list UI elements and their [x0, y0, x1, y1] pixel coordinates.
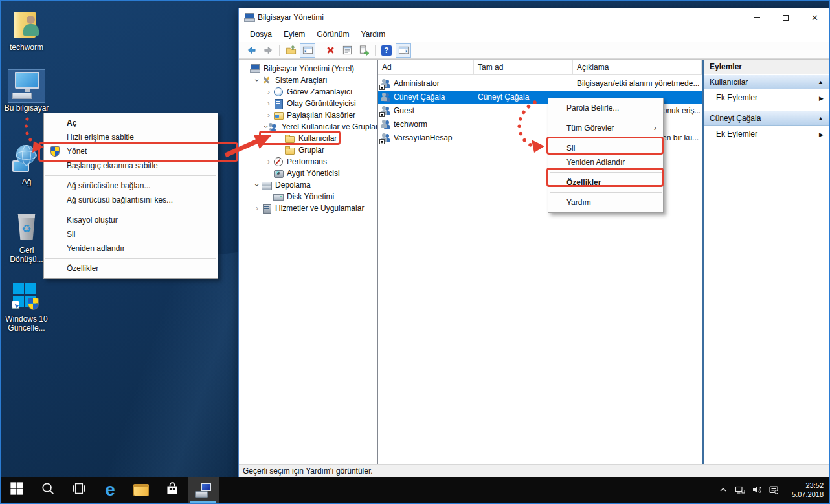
tree-item-gorev-zamanlayici[interactable]: ›Görev Zamanlayıcı: [239, 86, 377, 98]
chevron-collapsed-icon[interactable]: ›: [265, 111, 273, 120]
export-list-icon[interactable]: [356, 43, 372, 58]
taskbar-file-explorer-button[interactable]: [126, 477, 157, 503]
action-item-ek-eylemler-kullanicilar[interactable]: Ek Eylemler▶: [704, 89, 829, 106]
column-header-tam-ad[interactable]: Tam ad: [474, 60, 573, 75]
tree-item-label: Disk Yönetimi: [285, 192, 336, 201]
desktop-menu-item-kisayol-olustur[interactable]: Kısayol oluştur: [44, 213, 218, 227]
user-menu-item-yardim[interactable]: Yardım: [548, 195, 663, 210]
desktop-icon-windows-update[interactable]: Windows 10 Güncelle...: [3, 281, 50, 333]
tree-item-aygit-yoneticisi[interactable]: Aygıt Yöneticisi: [239, 168, 377, 179]
clock-date: 5.07.2018: [787, 490, 824, 499]
store-icon: [165, 481, 179, 498]
user-menu-item-yeniden-adlandir[interactable]: Yeniden Adlandır: [548, 155, 663, 170]
tree-item-disk-yonetimi[interactable]: Disk Yönetimi: [239, 191, 377, 203]
tree-item-performans[interactable]: ›Performans: [239, 156, 377, 168]
user-menu-item-ozellikler[interactable]: Özellikler: [548, 175, 663, 190]
window-titlebar[interactable]: Bilgisayar Yönetimi ✕: [239, 8, 829, 27]
tree-item-hizmetler-ve-uygulamalar[interactable]: ›Hizmetler ve Uygulamalar: [239, 203, 377, 214]
user-account-icon: [381, 106, 391, 116]
action-item-ek-eylemler-cuneyt-cagala[interactable]: Ek Eylemler▶: [704, 126, 829, 142]
menu-yardim[interactable]: Yardım: [355, 28, 391, 41]
desktop-menu-item-baslangic-ekranina-sabitle[interactable]: Başlangıç ekranına sabitle: [44, 159, 218, 173]
chevron-expanded-icon[interactable]: ›: [252, 76, 262, 84]
tree-item-depolama[interactable]: ›Depolama: [239, 179, 377, 191]
actions-section-cuneyt-cagala[interactable]: Cüneyt Çağala▲: [704, 111, 829, 126]
tree-item-sistem-araclari[interactable]: ›Sistem Araçları: [239, 74, 377, 86]
chevron-collapsed-icon[interactable]: ›: [265, 157, 273, 166]
delete-icon[interactable]: [322, 43, 338, 58]
taskbar-edge-button[interactable]: e: [95, 477, 126, 503]
collapse-triangle-icon[interactable]: ▲: [818, 75, 824, 89]
collapse-triangle-icon[interactable]: ▲: [818, 111, 824, 126]
tray-network-icon[interactable]: [732, 485, 748, 495]
desktop-menu-item-yeniden-adlandir[interactable]: Yeniden adlandır: [44, 241, 218, 256]
tree-item-label: Kullanıcılar: [297, 134, 339, 143]
menu-separator: [45, 210, 216, 210]
desktop-menu-item-yonet[interactable]: Yönet: [44, 144, 218, 159]
list-header: AdTam adAçıklama: [378, 60, 702, 75]
desktop-icon-label: Bu bilgisayar: [3, 104, 50, 113]
back-icon[interactable]: [243, 43, 259, 58]
help-icon[interactable]: ?: [379, 43, 394, 58]
tray-volume-icon[interactable]: [748, 485, 765, 495]
chevron-collapsed-icon[interactable]: ›: [265, 99, 273, 108]
tray-chevron-icon[interactable]: [715, 485, 732, 495]
window-title: Bilgisayar Yönetimi: [258, 13, 742, 22]
chevron-collapsed-icon[interactable]: ›: [265, 87, 273, 96]
desktop-menu-item-ac[interactable]: Aç: [44, 116, 218, 130]
task-view-icon: [72, 481, 86, 498]
properties-icon[interactable]: [339, 43, 355, 58]
menu-gorunum[interactable]: Görünüm: [311, 28, 355, 41]
console-tree-panel[interactable]: Bilgisayar Yönetimi (Yerel)›Sistem Araçl…: [239, 60, 378, 464]
uac-shield-icon: [50, 146, 60, 157]
performance-icon: [273, 157, 283, 166]
tree-item-olay-goruntuleyicisi[interactable]: ›Olay Görüntüleyicisi: [239, 98, 377, 109]
close-button[interactable]: ✕: [800, 8, 829, 27]
taskbar-start-button[interactable]: [1, 477, 32, 503]
user-name: VarsayılanHesap: [394, 131, 453, 145]
tree-item-label: Aygıt Yöneticisi: [285, 169, 342, 178]
disabled-down-arrow-icon: [379, 85, 385, 90]
user-full-name: Cüneyt Çağala: [478, 91, 529, 104]
taskbar-computer-management-button[interactable]: [188, 477, 219, 503]
user-menu-item-parola-belirle[interactable]: Parola Belirle...: [548, 101, 663, 115]
chevron-expanded-icon[interactable]: ›: [252, 181, 262, 189]
tree-item-bilgisayar-yonetimi-yerel[interactable]: Bilgisayar Yönetimi (Yerel): [239, 63, 377, 74]
desktop-icon-this-pc[interactable]: Bu bilgisayar: [3, 70, 50, 113]
menu-dosya[interactable]: Dosya: [244, 28, 278, 41]
desktop-icon-user-folder[interactable]: techworm: [3, 9, 50, 52]
menu-eylem[interactable]: Eylem: [278, 28, 311, 41]
show-console-tree-icon[interactable]: [300, 43, 315, 58]
taskbar-task-view-button[interactable]: [63, 477, 95, 503]
user-menu-item-tum-gorevler[interactable]: Tüm Görevler›: [548, 121, 663, 135]
storage-icon: [262, 181, 271, 190]
tree-item-yerel-kullanicilar-ve-gruplar[interactable]: ›Yerel Kullanıcılar ve Gruplar: [239, 121, 377, 133]
network-icon: [8, 144, 45, 176]
taskbar-clock[interactable]: 23:52 5.07.2018: [787, 481, 824, 499]
minimize-button[interactable]: [742, 8, 771, 27]
chevron-collapsed-icon[interactable]: ›: [253, 204, 261, 213]
desktop-menu-item-sil[interactable]: Sil: [44, 227, 218, 241]
user-row-administrator[interactable]: AdministratorBilgisayarı/etki alanını yö…: [378, 77, 702, 91]
disk-management-icon: [273, 192, 283, 201]
column-header-ad[interactable]: Ad: [378, 60, 474, 75]
user-menu-item-sil[interactable]: Sil: [548, 141, 663, 155]
desktop-menu-item-hizli-erisime-sabitle[interactable]: Hızlı erişime sabitle: [44, 130, 218, 144]
show-action-pane-icon[interactable]: [396, 43, 411, 58]
desktop-menu-item-ag-surucusu-baglantisini-kes[interactable]: Ağ sürücüsü bağlantısını kes...: [44, 193, 218, 207]
up-level-icon[interactable]: [283, 43, 298, 58]
maximize-button[interactable]: [771, 8, 800, 27]
menu-separator: [550, 192, 662, 193]
tree-item-kullanicilar[interactable]: Kullanıcılar: [239, 133, 377, 144]
tray-icons: [715, 485, 782, 495]
tray-action-center-icon[interactable]: [765, 485, 782, 495]
taskbar-store-button[interactable]: [157, 477, 188, 503]
desktop-menu-item-ozellikler[interactable]: Özellikler: [44, 261, 218, 276]
tree-item-paylasilan-klasorler[interactable]: ›Paylaşılan Klasörler: [239, 109, 377, 121]
desktop-menu-item-ag-surucusune-baglan[interactable]: Ağ sürücüsüne bağlan...: [44, 179, 218, 193]
tree-item-gruplar[interactable]: Gruplar: [239, 144, 377, 156]
forward-icon[interactable]: [260, 43, 276, 58]
taskbar-search-button[interactable]: [32, 477, 63, 503]
column-header-aciklama[interactable]: Açıklama: [573, 60, 702, 75]
actions-section-kullanicilar[interactable]: Kullanıcılar▲: [704, 74, 829, 89]
